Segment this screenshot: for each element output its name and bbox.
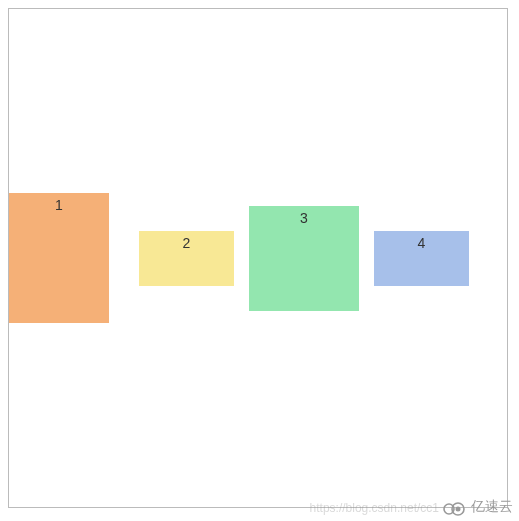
brand-name: 亿速云: [471, 498, 513, 516]
watermark-url: https://blog.csdn.net/cc1: [310, 501, 439, 515]
box-1: 1: [9, 193, 109, 323]
svg-point-2: [456, 507, 461, 512]
box-4: 4: [374, 231, 469, 286]
box-2: 2: [139, 231, 234, 286]
box-3: 3: [249, 206, 359, 311]
flex-container: 1 2 3 4: [8, 8, 508, 508]
cloud-icon: [438, 497, 468, 517]
brand-logo: 亿速云: [438, 497, 513, 517]
